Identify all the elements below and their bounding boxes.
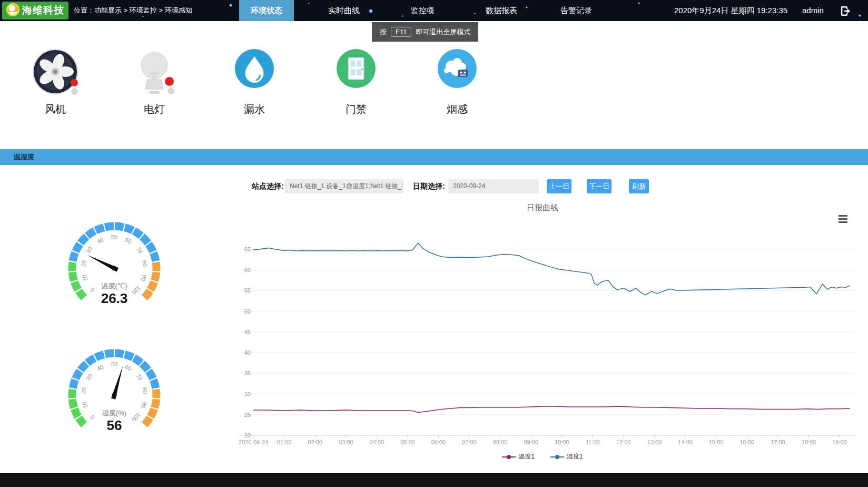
svg-text:11:00: 11:00 [586,439,600,445]
toast-text-before: 按 [380,27,387,37]
svg-text:15:00: 15:00 [709,439,724,445]
toast-text-after: 即可退出全屏模式 [416,27,470,37]
legend-marker-icon [550,454,564,460]
star-icon [526,6,528,8]
fan-icon [32,48,78,95]
datetime-display: 2020年9月24日 星期四 19:23:35 [674,0,787,21]
device-label: 漏水 [220,102,289,116]
svg-text:55: 55 [244,287,251,294]
legend-label: 湿度1 [567,452,583,461]
svg-text:90: 90 [140,274,148,282]
svg-text:20: 20 [80,260,87,267]
svg-text:05:00: 05:00 [400,439,415,445]
date-select-label: 日期选择: [413,179,445,193]
logo-icon [6,3,19,18]
device-label: 门禁 [322,102,390,116]
svg-text:30: 30 [85,246,94,255]
water-drop-icon [234,48,274,89]
svg-text:60: 60 [124,363,133,372]
svg-text:01:00: 01:00 [277,439,292,445]
status-dot-red [165,77,174,86]
chart-legend: 温度1 湿度1 [232,452,853,461]
svg-text:16:00: 16:00 [740,439,755,445]
device-label: 风机 [21,102,90,116]
svg-text:10: 10 [81,274,88,282]
tab-3[interactable]: 数据报表 [480,0,523,21]
tab-1[interactable]: 实时曲线 [323,0,365,21]
svg-text:湿度(%): 湿度(%) [102,409,126,417]
svg-text:80: 80 [141,387,149,394]
star-icon [638,2,640,4]
svg-text:56: 56 [107,417,122,433]
device-card-light[interactable]: 电灯 [120,47,189,118]
page-bottom-strip [0,473,868,487]
tab-2[interactable]: 监控项 [406,0,439,21]
svg-text:04:00: 04:00 [370,439,384,445]
svg-text:18:00: 18:00 [802,439,816,445]
svg-text:17:00: 17:00 [771,439,785,445]
svg-text:60: 60 [244,267,251,273]
svg-text:65: 65 [244,246,251,252]
svg-text:40: 40 [96,236,104,245]
tab-0[interactable]: 环境状态 [239,0,294,21]
star-icon [859,14,861,17]
svg-text:20: 20 [80,387,87,394]
username-label[interactable]: admin [802,0,824,21]
refresh-button[interactable]: 刷新 [629,179,649,193]
section-header-temp-humidity: 温湿度 [0,149,868,165]
chart-title: 日报曲线 [232,203,853,213]
status-dot-gray [71,88,78,95]
status-dot-red [71,79,78,86]
status-dot-gray [167,87,174,94]
star-icon [308,3,310,4]
star-icon [402,15,403,17]
device-card-smoke[interactable]: 烟感 [423,47,491,118]
svg-text:0: 0 [89,414,96,421]
star-icon [369,9,373,13]
svg-text:温度(℃): 温度(℃) [101,282,127,290]
logo[interactable]: 海维科技 [2,2,68,20]
legend-label: 温度1 [518,452,535,461]
svg-text:13:00: 13:00 [647,439,662,445]
site-select-label: 站点选择: [252,179,284,193]
svg-text:2020-09-24: 2020-09-24 [239,439,268,445]
device-card-water[interactable]: 漏水 [220,47,289,118]
next-day-button[interactable]: 下一日 [587,179,611,193]
svg-text:10:00: 10:00 [555,439,569,445]
date-select-input[interactable]: 2020-09-24 [448,179,539,193]
star-icon [229,4,232,7]
device-card-fan[interactable]: 风机 [21,47,90,118]
svg-text:03:00: 03:00 [339,439,353,445]
prev-day-button[interactable]: 上一日 [547,179,571,193]
svg-text:19:00: 19:00 [832,439,847,445]
site-select-input[interactable]: Net1.链接_1.设备_1@温度1;Net1.链接_1.设备_1@湿度1 [285,179,403,193]
svg-text:50: 50 [244,308,251,315]
svg-text:10: 10 [81,401,88,409]
smoke-detector-icon [437,48,477,89]
temperature-gauge: 0102030405060708090100温度(℃)26.3 [62,216,167,321]
f11-key-badge: F11 [391,27,411,37]
svg-text:08:00: 08:00 [493,439,508,445]
svg-text:80: 80 [141,260,149,267]
svg-text:50: 50 [111,361,117,367]
hamburger-icon[interactable] [839,215,847,225]
door-icon [336,48,376,89]
device-card-door[interactable]: 门禁 [322,47,390,118]
legend-marker-icon [502,454,516,460]
svg-text:0: 0 [89,287,96,294]
svg-text:07:00: 07:00 [462,439,477,445]
svg-text:14:00: 14:00 [678,439,693,445]
legend-item-0[interactable]: 温度1 [502,452,535,461]
breadcrumb: 位置：功能展示 > 环境监控 > 环境感知 [74,0,192,21]
svg-text:20: 20 [244,432,251,439]
legend-item-1[interactable]: 湿度1 [550,452,583,461]
svg-text:40: 40 [244,349,251,356]
tab-4[interactable]: 告警记录 [555,0,598,21]
logo-text: 海维科技 [22,4,64,17]
svg-text:35: 35 [244,370,251,376]
svg-text:45: 45 [244,329,251,335]
logout-icon[interactable] [840,5,852,17]
svg-text:100: 100 [131,412,142,423]
humidity-gauge: 0102030405060708090100湿度(%)56 [62,343,167,448]
svg-text:02:00: 02:00 [308,439,322,445]
